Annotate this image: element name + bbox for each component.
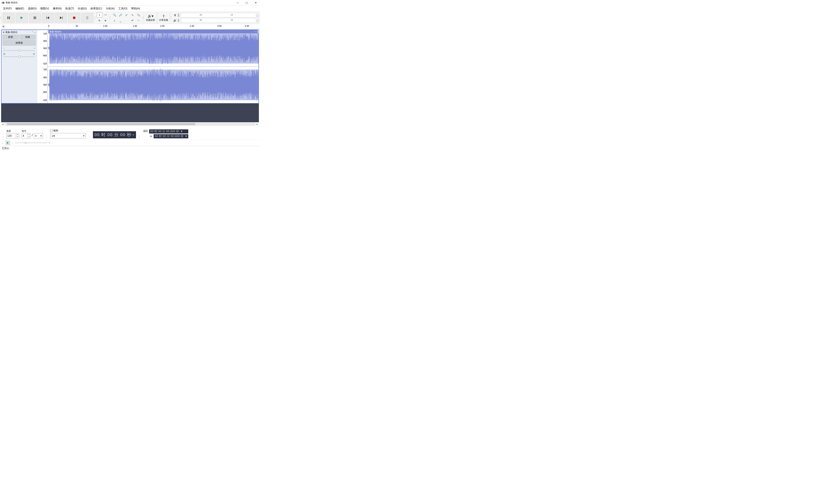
record-button[interactable] xyxy=(68,13,80,23)
toolbar-grip-5[interactable] xyxy=(170,12,172,24)
play-at-speed-toolbar: − + xyxy=(0,139,260,146)
tempo-value[interactable] xyxy=(7,134,16,137)
menu-effect[interactable]: 效果器(C) xyxy=(89,6,103,11)
audio-setup-button[interactable]: 🔊▾ 音频设置 xyxy=(144,12,157,24)
fit-selection-button[interactable]: ⤢ xyxy=(124,12,129,18)
menu-analyze[interactable]: 分析(A) xyxy=(104,6,116,11)
snap-checkbox[interactable]: 吸附 xyxy=(50,129,86,132)
playback-meter[interactable]: -48 -24 ◯ xyxy=(181,18,259,23)
track-name[interactable]: 夜曲-周杰伦 xyxy=(5,31,31,34)
snap-value-combo[interactable]: 1/8▾ xyxy=(50,133,86,138)
pan-thumb[interactable] xyxy=(18,56,20,58)
menu-tracks[interactable]: 轨道(T) xyxy=(64,6,75,11)
timesig-lower[interactable]: 4▾ xyxy=(34,133,43,138)
zoom-in-button[interactable]: 🔍 xyxy=(112,12,117,18)
svg-marker-7 xyxy=(47,16,49,19)
timeline-settings-button[interactable]: ⚙ xyxy=(1,25,5,28)
window-close-button[interactable]: ✕ xyxy=(253,1,258,4)
stop-icon xyxy=(34,16,36,19)
bottom-grip-1[interactable] xyxy=(2,136,4,138)
fit-project-button[interactable]: ⤡ xyxy=(130,12,135,18)
mute-button[interactable]: 静音 xyxy=(3,35,19,40)
scroll-left-button[interactable]: ◂ xyxy=(1,123,4,125)
speed-thumb[interactable] xyxy=(25,142,27,144)
horizontal-scrollbar[interactable]: ◂ ▸ xyxy=(1,122,259,126)
skip-end-button[interactable] xyxy=(55,13,67,23)
bottom-grip-3[interactable] xyxy=(88,136,90,138)
window-maximize-button[interactable]: ▢ xyxy=(244,1,249,4)
window-minimize-button[interactable]: — xyxy=(235,1,240,4)
toolbar-grip[interactable] xyxy=(0,12,2,24)
stop-button[interactable] xyxy=(29,13,41,23)
track-collapse-button[interactable]: ˄ xyxy=(32,31,33,34)
waveform-view[interactable]: 夜曲-周杰伦 ⋯ xyxy=(48,30,258,103)
timesig-label: 拍号 xyxy=(22,130,43,133)
mic-icon[interactable]: 🎙 xyxy=(173,14,177,17)
menu-edit[interactable]: 编辑(E) xyxy=(14,6,26,11)
gain-slider[interactable]: −+ xyxy=(1,47,37,52)
menu-generate[interactable]: 生成(G) xyxy=(76,6,88,11)
menu-help[interactable]: 帮助(H) xyxy=(130,6,141,11)
pause-button[interactable] xyxy=(3,13,15,23)
clip-menu-button[interactable]: ⋯ xyxy=(254,30,257,33)
svg-rect-9 xyxy=(62,16,63,19)
zoom-out-button[interactable]: 🔎 xyxy=(118,12,123,18)
svg-marker-13 xyxy=(7,142,9,144)
redo-button[interactable]: ↷ xyxy=(136,18,141,23)
record-meter[interactable]: -48 -24 ◯ xyxy=(181,13,259,17)
bottom-grip-4[interactable] xyxy=(139,136,140,138)
timesig-upper[interactable]: ▲▼ xyxy=(22,133,31,138)
speed-slider[interactable] xyxy=(15,143,47,143)
menu-tools[interactable]: 工具(O) xyxy=(117,6,129,11)
playback-speaker-icon[interactable]: 🔊 xyxy=(173,19,177,22)
zoom-toggle-button[interactable]: 🔍 xyxy=(136,12,141,18)
selection-end-timecode[interactable]: 00 时 00 分 00.000 秒 ▼ xyxy=(154,134,188,138)
share-icon: ⇪ xyxy=(162,14,165,18)
multi-tool[interactable]: ✳ xyxy=(103,18,108,23)
silence-button[interactable]: ⎯ xyxy=(118,18,123,23)
chevron-down-icon: ▾ xyxy=(83,134,84,137)
solo-button[interactable]: 独奏 xyxy=(20,35,36,40)
play-meter-knob-icon[interactable]: ◯ xyxy=(256,19,258,22)
empty-track-area[interactable] xyxy=(1,104,259,122)
clip-title-bar[interactable]: 夜曲-周杰伦 ⋯ xyxy=(48,30,258,33)
main-timecode[interactable]: 00 时 00 分 00 秒▼ xyxy=(93,131,136,138)
toolbar-grip-2[interactable] xyxy=(94,12,96,24)
tempo-input[interactable]: ▲▼ xyxy=(6,133,19,138)
selection-start-timecode[interactable]: 00 时 00 分 00.000 秒 ▼ xyxy=(149,129,188,133)
rec-meter-knob-icon[interactable]: ◯ xyxy=(256,14,258,16)
play-button[interactable] xyxy=(16,13,28,23)
track-effects-button[interactable]: 效果器 xyxy=(3,40,36,45)
selection-tool[interactable]: Ⅰ xyxy=(97,12,102,18)
loop-button[interactable] xyxy=(81,13,93,23)
toolbar-grip-4[interactable] xyxy=(142,12,144,24)
track-close-button[interactable]: ✕ xyxy=(3,31,5,34)
draw-tool[interactable]: ✎ xyxy=(97,18,102,23)
bottom-grip-2[interactable] xyxy=(46,136,48,138)
scroll-right-button[interactable]: ▸ xyxy=(255,123,259,125)
pan-slider[interactable]: 左右 xyxy=(1,52,37,58)
menu-select[interactable]: 选择(S) xyxy=(26,6,38,11)
skip-start-button[interactable] xyxy=(42,13,54,23)
tempo-down[interactable]: ▼ xyxy=(16,136,19,138)
toolbar-grip-3[interactable] xyxy=(109,12,111,24)
trim-button[interactable]: ⎀ xyxy=(112,18,117,23)
share-audio-label: 分享音频 xyxy=(159,19,168,22)
undo-button[interactable]: ↶ xyxy=(130,18,135,23)
timecode-dropdown-icon[interactable]: ▼ xyxy=(132,134,134,136)
share-audio-button[interactable]: ⇪ 分享音频 xyxy=(157,12,170,24)
envelope-tool[interactable]: 〰 xyxy=(103,12,108,18)
speed-grip[interactable] xyxy=(2,142,4,144)
menu-file[interactable]: 文件(F) xyxy=(1,6,13,11)
track-menu-button[interactable]: ⋯ xyxy=(34,31,36,34)
menu-view[interactable]: 视图(V) xyxy=(39,6,51,11)
speed-max: + xyxy=(49,142,50,144)
scroll-thumb[interactable] xyxy=(7,123,195,125)
selection-settings-button[interactable]: ⚙ xyxy=(149,134,153,138)
timesig-slash: / xyxy=(32,133,33,138)
play-at-speed-button[interactable] xyxy=(6,141,10,145)
gain-thumb[interactable] xyxy=(18,49,20,52)
tempo-up[interactable]: ▲ xyxy=(16,133,19,136)
timeline-ruler[interactable]: 0 30 1:00 1:30 2:00 2:30 3:00 3:30 xyxy=(49,24,260,29)
menu-transport[interactable]: 播录(N) xyxy=(51,6,63,11)
